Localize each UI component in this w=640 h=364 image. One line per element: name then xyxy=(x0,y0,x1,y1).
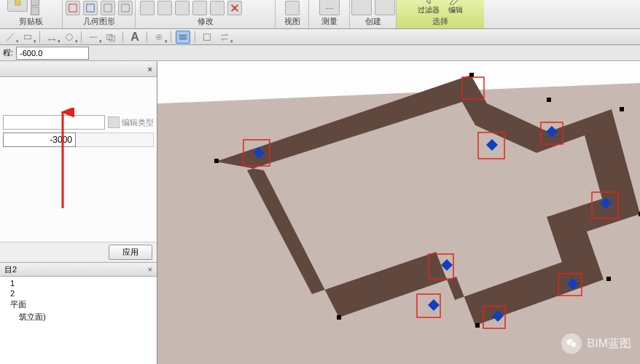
apply-button[interactable]: 应用 xyxy=(109,245,152,260)
grid-dd[interactable] xyxy=(62,31,77,44)
project-browser-close-icon[interactable]: × xyxy=(148,265,152,274)
svg-rect-2 xyxy=(69,4,77,12)
properties-panel: × 编辑类型 应用 目2 × xyxy=(0,61,157,364)
tree-item[interactable]: 筑立面) xyxy=(0,311,157,323)
offset-value-input[interactable] xyxy=(3,132,76,147)
properties-body: 编辑类型 xyxy=(0,77,157,242)
geometry-btn-1[interactable] xyxy=(66,1,80,15)
ribbon-group-modify-label: 修改 xyxy=(198,16,214,27)
ribbon-group-clipboard-label: 剪贴板 xyxy=(19,16,43,27)
match-button[interactable] xyxy=(31,7,55,15)
ribbon-group-create-label: 创建 xyxy=(365,16,381,27)
create-button-1[interactable] xyxy=(351,0,372,15)
overlay-btn[interactable] xyxy=(104,31,118,44)
create-button-2[interactable] xyxy=(375,0,395,15)
svg-rect-14 xyxy=(214,159,219,163)
project-browser-body: 1 2 平面 筑立面) xyxy=(0,277,157,364)
wall-dd[interactable] xyxy=(20,31,35,44)
main-area: × 编辑类型 应用 目2 × xyxy=(0,61,640,364)
ref-dd[interactable] xyxy=(86,31,101,44)
project-browser-title: 目2 xyxy=(4,264,17,275)
offset-button[interactable] xyxy=(140,1,155,15)
apply-row: 应用 xyxy=(0,242,157,262)
drawing-canvas[interactable] xyxy=(157,61,640,364)
measure-button[interactable] xyxy=(319,0,340,15)
copy-button[interactable] xyxy=(31,0,55,6)
view-btn[interactable] xyxy=(285,1,300,15)
svg-rect-0 xyxy=(15,0,20,5)
ribbon-group-select-label: 选择 xyxy=(432,16,448,27)
options-label: 程: xyxy=(3,47,13,58)
edit-label: 编辑 xyxy=(448,5,463,15)
ribbon-group-measure-label: 测量 xyxy=(321,16,337,27)
tree-item[interactable]: 1 xyxy=(0,278,157,288)
filter-label: 过滤器 xyxy=(418,5,440,15)
edit-type-label: 编辑类型 xyxy=(122,117,154,128)
ribbon-group-measure: 测量 xyxy=(309,0,350,28)
svg-rect-16 xyxy=(547,98,551,102)
scale-button[interactable] xyxy=(192,1,207,15)
svg-rect-20 xyxy=(475,323,480,328)
svg-rect-10 xyxy=(204,33,211,40)
project-browser-title-bar: 目2 × xyxy=(0,262,157,277)
ribbon-group-view: 视图 xyxy=(276,0,309,28)
svg-rect-21 xyxy=(337,315,341,320)
tree-item[interactable]: 2 xyxy=(0,288,157,298)
geometry-btn-2[interactable] xyxy=(83,1,98,15)
mirror-button[interactable] xyxy=(157,1,172,15)
svg-rect-19 xyxy=(606,277,611,281)
modify-dd[interactable] xyxy=(3,31,17,44)
edit-type-button[interactable]: 编辑类型 xyxy=(108,116,154,128)
thin-lines-btn[interactable] xyxy=(176,31,190,44)
edit-icon[interactable] xyxy=(448,0,463,5)
view-dd[interactable] xyxy=(152,31,166,44)
ribbon-group-geometry: 几何图形 xyxy=(63,0,136,28)
ribbon: 剪切 剪贴板 几何图形 xyxy=(0,0,640,29)
ribbon-group-modify: 修改 xyxy=(136,0,276,28)
svg-rect-3 xyxy=(86,4,94,12)
edit-type-icon xyxy=(108,116,120,128)
geometry-btn-4[interactable] xyxy=(118,1,133,15)
options-elevation-input[interactable] xyxy=(16,47,89,60)
type-selector-dropdown[interactable] xyxy=(3,115,105,130)
ribbon-group-geometry-label: 几何图形 xyxy=(83,16,115,27)
array-button[interactable] xyxy=(175,1,190,15)
tree-item[interactable]: 平面 xyxy=(0,298,157,311)
delete-button[interactable] xyxy=(227,1,242,15)
secondary-toolbar: A xyxy=(0,29,640,45)
svg-rect-4 xyxy=(25,35,31,39)
ribbon-group-create: 创建 xyxy=(350,0,397,28)
svg-point-5 xyxy=(66,33,73,40)
properties-close-icon[interactable]: × xyxy=(148,65,152,74)
ribbon-group-select: 过滤器 编辑 选择 xyxy=(397,0,484,28)
geometry-btn-3[interactable] xyxy=(101,1,115,15)
canvas-wrap: BIM蓝图 xyxy=(157,61,640,364)
svg-rect-17 xyxy=(620,107,624,111)
pin-button[interactable] xyxy=(210,1,225,15)
offset-value-track xyxy=(76,132,154,147)
ribbon-group-view-label: 视图 xyxy=(284,16,300,27)
ribbon-group-clipboard: 剪切 剪贴板 xyxy=(0,0,63,28)
level-dd[interactable] xyxy=(44,31,59,44)
close-hidden-btn[interactable] xyxy=(200,31,214,44)
properties-title-bar: × xyxy=(0,61,157,77)
svg-point-9 xyxy=(158,36,160,38)
filter-icon[interactable] xyxy=(421,0,436,5)
text-btn[interactable]: A xyxy=(128,31,142,44)
svg-rect-15 xyxy=(469,73,474,77)
switch-dd[interactable] xyxy=(217,31,232,44)
paste-button[interactable] xyxy=(7,0,28,12)
options-bar: 程: xyxy=(0,45,640,61)
